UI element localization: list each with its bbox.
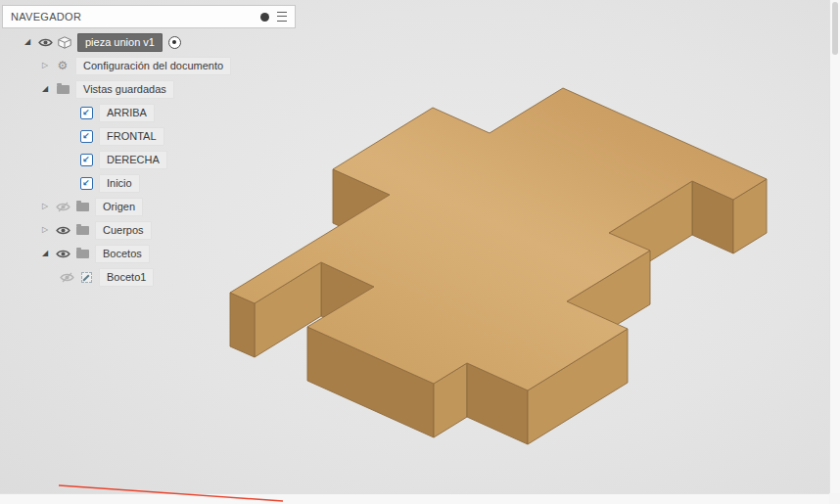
tree-row-cuerpos[interactable]: ▷ Cuerpos <box>2 218 231 242</box>
component-icon <box>55 36 74 49</box>
caret-expanded-icon[interactable]: ◢ <box>37 77 53 101</box>
active-component-radio[interactable] <box>168 36 181 49</box>
tree-row-boceto1[interactable]: Boceto1 <box>2 265 231 289</box>
tree-item-label[interactable]: Bocetos <box>95 245 150 263</box>
tree-row-document-settings[interactable]: ▷ ⚙ Configuración del documento <box>2 54 231 77</box>
folder-icon <box>72 226 92 235</box>
tree-item-label[interactable]: pieza union v1 <box>77 33 163 52</box>
caret-collapsed-icon[interactable]: ▷ <box>37 54 53 77</box>
panel-menu-icon[interactable] <box>277 12 287 22</box>
folder-icon <box>72 250 92 258</box>
tree-row-saved-views[interactable]: ◢ Vistas guardadas <box>2 77 231 101</box>
model-side-face[interactable] <box>230 293 255 357</box>
caret-expanded-icon[interactable]: ◢ <box>37 242 53 265</box>
caret-collapsed-icon[interactable]: ▷ <box>37 195 53 218</box>
navigator-panel-header[interactable]: NAVEGADOR <box>2 5 296 28</box>
tree-row-view-frontal[interactable]: ↙ FRONTAL <box>2 124 231 148</box>
folder-icon <box>53 85 72 94</box>
folder-icon <box>72 203 92 211</box>
eye-icon[interactable] <box>35 37 55 48</box>
caret-expanded-icon[interactable]: ◢ <box>20 30 35 54</box>
tree-item-label[interactable]: ARRIBA <box>99 104 155 122</box>
origin-x-axis[interactable] <box>59 485 283 501</box>
saved-view-icon: ↙ <box>76 130 96 143</box>
tree-row-view-inicio[interactable]: ↙ Inicio <box>2 171 231 195</box>
caret-collapsed-icon[interactable]: ▷ <box>37 218 53 242</box>
eye-off-icon[interactable] <box>53 202 72 212</box>
saved-view-icon: ↙ <box>76 107 96 119</box>
saved-view-icon: ↙ <box>76 154 96 166</box>
tree-item-label[interactable]: Origen <box>95 198 143 216</box>
tree-row-view-arriba[interactable]: ↙ ARRIBA <box>2 101 231 124</box>
tree-item-label[interactable]: Boceto1 <box>99 268 154 287</box>
tree-row-root[interactable]: ◢ pieza union v1 <box>2 30 231 54</box>
eye-icon[interactable] <box>53 225 72 236</box>
tree-row-origen[interactable]: ▷ Origen <box>2 195 231 218</box>
tree-row-bocetos[interactable]: ◢ Bocetos <box>2 242 231 265</box>
tree-item-label[interactable]: FRONTAL <box>99 127 164 146</box>
tree-item-label[interactable]: Configuración del documento <box>75 57 231 75</box>
tree-item-label[interactable]: Cuerpos <box>95 221 152 240</box>
sketch-icon <box>76 272 96 283</box>
tree-row-view-derecha[interactable]: ↙ DERECHA <box>2 148 231 171</box>
model-body[interactable] <box>230 88 767 444</box>
saved-view-icon: ↙ <box>76 177 96 190</box>
tree-item-label[interactable]: Inicio <box>99 174 140 193</box>
navigator-tree: ◢ pieza union v1 ▷ ⚙ Configuración del d… <box>2 30 231 289</box>
tree-item-label[interactable]: Vistas guardadas <box>75 80 174 99</box>
eye-icon[interactable] <box>53 249 72 259</box>
gear-icon: ⚙ <box>53 60 72 71</box>
pin-icon[interactable] <box>260 13 269 22</box>
eye-off-icon[interactable] <box>57 272 76 283</box>
tree-item-label[interactable]: DERECHA <box>99 151 167 169</box>
panel-title: NAVEGADOR <box>11 11 260 23</box>
